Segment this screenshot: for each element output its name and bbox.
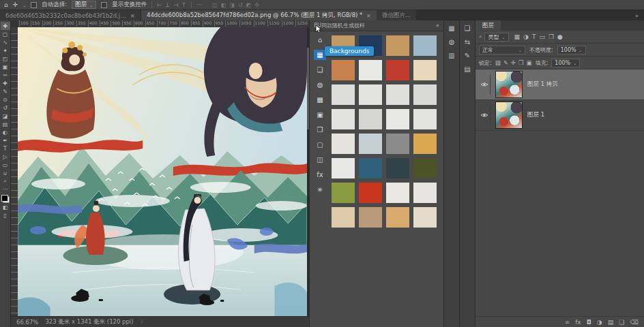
layer-thumbnail[interactable] (495, 71, 523, 98)
quick-mask-button[interactable]: ◧ (1, 203, 10, 211)
document-canvas[interactable] (18, 27, 307, 317)
texture-swatch-dark-slate[interactable] (386, 158, 409, 178)
blend-mode-dropdown[interactable]: 正常 ⌄ (479, 46, 525, 54)
screen-mode-button[interactable]: ▯ (1, 211, 10, 219)
close-icon[interactable]: × (130, 12, 135, 19)
filter-pin-icon[interactable]: ● (557, 33, 563, 40)
layer-filter-dropdown[interactable]: 类型 ⌄ (484, 33, 508, 42)
zoom-level[interactable]: 66.67% (16, 319, 38, 326)
texture-swatch-white-texture[interactable] (332, 84, 355, 105)
texture-swatch-gold-wood[interactable] (413, 134, 437, 154)
distribute-icon[interactable]: ◫ (212, 2, 218, 8)
smart-object-filter-icon[interactable]: ❐ (548, 33, 554, 40)
texture-swatch-pale-wood[interactable] (413, 207, 437, 228)
pixel-filter-icon[interactable]: ▦ (514, 33, 521, 40)
texture-swatch-marble-vein-1[interactable] (359, 84, 382, 105)
opacity-dropdown[interactable]: 100% ⌄ (557, 46, 586, 54)
artboard-panel-icon[interactable]: ▦ (448, 25, 454, 32)
align-top-icon[interactable]: ⊤ (181, 2, 186, 8)
lock-transparent-icon[interactable]: ▨ (495, 59, 501, 66)
eraser-tool[interactable]: ◪ (1, 112, 10, 120)
texture-swatch-light-wood-planks[interactable] (332, 207, 355, 228)
layer-visibility-eye-icon[interactable] (479, 105, 491, 125)
lock-position-icon[interactable]: ✛ (511, 59, 516, 66)
shape-icon[interactable]: ▢ (314, 140, 326, 150)
dodge-tool[interactable]: ◐ (1, 128, 10, 136)
droplet-icon[interactable]: ◍ (314, 80, 326, 90)
layer-name[interactable]: 图层 1 拷贝 (527, 80, 558, 89)
texture-swatch-blue-gray-wood[interactable] (359, 134, 382, 154)
type-filter-icon[interactable]: T (532, 33, 536, 40)
layer-name[interactable]: 图层 1 (527, 111, 544, 119)
arrange-icon[interactable]: ◧ (221, 2, 226, 8)
hand-tool[interactable]: ∪ (1, 169, 10, 177)
pattern-icon[interactable]: ▩ (314, 95, 326, 105)
path-select-tool[interactable]: ▷ (1, 153, 10, 161)
texture-swatch-gray-marble[interactable] (413, 84, 437, 105)
layer-effects-icon[interactable]: fx (575, 319, 581, 326)
document-tab[interactable]: 6de60d4653b2332c0ac8be6b43f1b2d.jpg × (0, 10, 141, 20)
frame-tool[interactable]: ▣ (1, 63, 10, 71)
brush-tool[interactable]: ✎ (1, 87, 10, 95)
texture-swatch-olive-green[interactable] (332, 183, 355, 203)
texture-swatch-off-white-1[interactable] (386, 183, 409, 203)
tab-overflow-button[interactable]: » (630, 10, 644, 20)
history-brush-tool[interactable]: ↺ (1, 104, 10, 112)
new-layer-icon[interactable]: ❏ (619, 319, 624, 326)
texture-swatch-gray-stone[interactable] (386, 134, 409, 154)
layers-panel-icon[interactable]: ❏ (465, 25, 471, 32)
rotate-view-icon[interactable]: ↺ (238, 2, 243, 8)
clone-stamp-tool[interactable]: ⊙ (1, 95, 10, 104)
gradient-tool[interactable]: ▤ (1, 120, 10, 128)
paper-icon[interactable]: ❐ (314, 125, 326, 135)
foreground-background-colors[interactable] (1, 195, 10, 203)
document-tab-active[interactable]: 44dcde600b8a52be85647fd786ed02a.png @ 66… (141, 10, 377, 20)
link-layers-icon[interactable]: ∞ (565, 319, 570, 326)
texture-swatch-marble-vein-2[interactable] (386, 84, 409, 105)
settings-icon[interactable]: ◩ (246, 2, 252, 8)
texture-swatch-white-marble-3[interactable] (332, 158, 355, 178)
more-options-button[interactable]: ··· (196, 1, 202, 8)
collapse-icon[interactable]: ✣ (254, 2, 259, 8)
layer-thumbnail[interactable] (495, 102, 523, 129)
lasso-tool[interactable]: ∿ (1, 38, 10, 46)
align-right-icon[interactable]: ⊣ (173, 2, 178, 8)
texture-swatch-terracotta[interactable] (332, 60, 355, 80)
home-icon[interactable]: ⌂ (314, 35, 326, 45)
layer-row[interactable]: 图层 1 (475, 100, 644, 131)
panel-collapse-icon[interactable]: » (436, 22, 439, 29)
workspace-icon[interactable]: ◨ (229, 2, 235, 8)
shape-filter-icon[interactable]: ▭ (539, 33, 545, 40)
texture-swatch-light-gray[interactable] (359, 109, 382, 129)
texture-swatch-white-marble-1[interactable] (359, 60, 382, 80)
tool-preset-caret-icon[interactable]: ⌄ (23, 3, 26, 7)
texture-swatch-cream-wave[interactable] (413, 60, 437, 80)
marquee-tool[interactable]: ▢ (1, 30, 10, 38)
layer-visibility-eye-icon[interactable] (479, 74, 491, 95)
crop-tool[interactable]: ◰ (1, 54, 10, 63)
move-tool-icon[interactable]: ✛ (13, 2, 18, 8)
lock-artboard-icon[interactable]: ❒ (518, 59, 524, 66)
lock-pixels-icon[interactable]: ✎ (503, 59, 508, 66)
fill-dropdown[interactable]: 100% ⌄ (551, 59, 580, 67)
status-arrow-icon[interactable]: 〉 (141, 318, 147, 326)
layer-group-icon[interactable]: ▤ (608, 319, 614, 326)
adjustment-filter-icon[interactable]: ◑ (523, 33, 529, 40)
swatches-panel-icon[interactable]: ▥ (448, 52, 454, 59)
more-tools[interactable]: ··· (1, 185, 10, 193)
texture-swatch-olive-dark[interactable] (413, 158, 437, 178)
pen-tool[interactable]: ✒ (1, 136, 10, 144)
auto-select-target-dropdown[interactable]: 图层 ⌄ (72, 1, 96, 9)
document-tab[interactable]: 微信图片... (377, 10, 417, 20)
auto-select-checkbox[interactable] (31, 2, 37, 8)
lock-all-icon[interactable]: ▣ (527, 59, 532, 66)
texture-swatch-white-plain[interactable] (386, 109, 409, 129)
align-left-icon[interactable]: ⊢ (157, 2, 162, 8)
frame-icon[interactable]: ▣ (314, 110, 326, 120)
texture-swatch-blue-weave[interactable] (413, 35, 437, 56)
fx-icon[interactable]: fx (314, 170, 326, 180)
delete-layer-icon[interactable]: ⌫ (630, 319, 639, 326)
eyedropper-tool[interactable]: ✑ (1, 71, 10, 79)
layers-tab[interactable]: 图层 (475, 20, 501, 31)
type-tool[interactable]: T (1, 144, 10, 153)
